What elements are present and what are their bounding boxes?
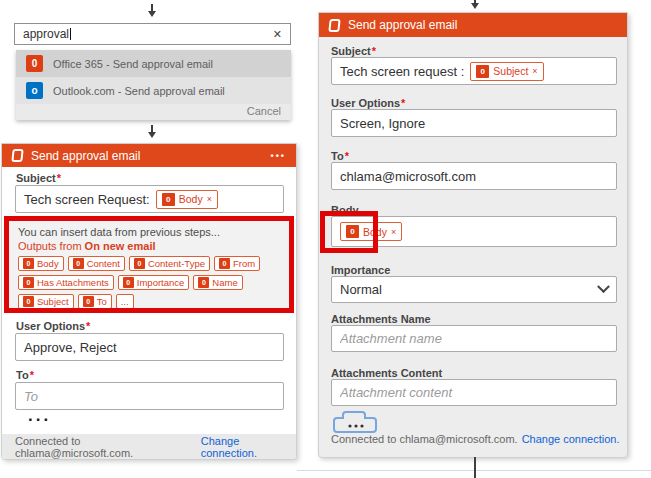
left-action-card: Send approval email ••• Subject* Tech sc… [1, 143, 297, 460]
importance-select[interactable]: Normal [331, 276, 617, 303]
more-options-icon[interactable]: ••• [271, 151, 286, 161]
office365-icon: 0 [162, 193, 175, 206]
required-asterisk: * [372, 45, 376, 57]
picker-token-subject[interactable]: 0Subject [18, 294, 74, 309]
picker-token-to[interactable]: 0To [78, 294, 112, 309]
show-more-options-button[interactable]: ... [28, 412, 51, 420]
office365-icon: 0 [23, 296, 34, 307]
user-options-input[interactable] [15, 333, 284, 361]
connection-footer: Connected to chlama@microsoft.com. Chang… [2, 434, 296, 459]
flow-designer-canvas: approval ✕ 0 Office 365 - Send approval … [0, 0, 651, 478]
suggestion-office365-send-approval-email[interactable]: 0 Office 365 - Send approval email [16, 50, 291, 77]
picker-token-has-attachments[interactable]: 0Has Attachments [18, 275, 114, 290]
subject-value: Tech screen Request: [24, 192, 150, 207]
picker-outputs-heading: Outputs fromOn new email [18, 240, 280, 252]
subject-value: Tech screen request : [340, 64, 464, 79]
user-options-input[interactable] [331, 109, 617, 137]
office365-icon: 0 [23, 258, 34, 269]
picker-token-name[interactable]: 0Name [193, 275, 242, 290]
change-connection-link[interactable]: Change connection. [522, 433, 620, 445]
connected-text: Connected to chlama@microsoft.com. [331, 433, 518, 445]
left-card-header[interactable]: Send approval email ••• [2, 144, 296, 167]
search-suggestions-list: 0 Office 365 - Send approval email o Out… [16, 50, 291, 120]
picker-hint: You can insert data from previous steps.… [18, 226, 280, 238]
outlook-icon: o [26, 82, 43, 99]
subject-label: Subject* [331, 45, 376, 57]
down-arrow-icon [148, 4, 156, 17]
picker-token-more[interactable]: ... [116, 294, 134, 309]
connected-text: Connected to chlama@microsoft.com. [15, 435, 197, 459]
picker-token-body[interactable]: 0Body [18, 256, 64, 271]
required-asterisk: * [401, 97, 405, 109]
attachments-content-label: Attachments Content [331, 367, 442, 379]
cancel-button[interactable]: Cancel [247, 105, 281, 117]
card-title: Send approval email [348, 18, 457, 32]
connection-footer: Connected to chlama@microsoft.com. Chang… [319, 429, 627, 449]
remove-token-icon[interactable]: × [391, 227, 396, 237]
down-arrow-icon [471, 0, 479, 9]
suggestion-label: Office 365 - Send approval email [53, 58, 213, 70]
office365-icon: 0 [123, 277, 134, 288]
connector-search-input[interactable]: approval ✕ [14, 23, 291, 45]
required-asterisk: * [30, 369, 34, 381]
dynamic-content-picker: You can insert data from previous steps.… [4, 216, 294, 313]
picker-token-from[interactable]: 0From [214, 256, 260, 271]
office365-icon: 0 [134, 258, 145, 269]
subject-label: Subject* [16, 172, 61, 184]
attachments-content-input[interactable] [331, 379, 617, 406]
text-cursor [70, 28, 71, 40]
picker-token-importance[interactable]: 0Importance [118, 275, 190, 290]
importance-label: Importance [331, 264, 390, 276]
office365-icon [328, 19, 340, 32]
to-input[interactable] [331, 162, 617, 190]
remove-token-icon[interactable]: × [532, 66, 537, 76]
office365-icon: 0 [198, 277, 209, 288]
office365-icon [11, 149, 23, 162]
clear-search-icon[interactable]: ✕ [273, 28, 282, 41]
chevron-down-icon [597, 280, 610, 293]
search-text: approval [23, 27, 69, 41]
body-token[interactable]: 0 Body × [156, 190, 218, 209]
down-arrow-icon [148, 125, 156, 138]
change-connection-link[interactable]: Change connection. [201, 435, 296, 459]
picker-token-content[interactable]: 0Content [68, 256, 125, 271]
to-label: To* [16, 369, 34, 381]
picker-token-list: 0Body 0Content 0Content-Type 0From 0Has … [18, 256, 280, 309]
office365-icon: 0 [23, 277, 34, 288]
to-input[interactable] [15, 382, 284, 410]
attachments-name-input[interactable] [331, 325, 617, 352]
required-asterisk: * [86, 320, 90, 332]
importance-value: Normal [340, 282, 382, 297]
required-asterisk: * [57, 172, 61, 184]
subject-token[interactable]: 0 Subject × [470, 62, 543, 81]
attachments-name-label: Attachments Name [331, 313, 431, 325]
subject-field[interactable]: Tech screen Request: 0 Body × [15, 185, 284, 213]
required-asterisk: * [345, 150, 349, 162]
office365-icon: 0 [83, 296, 94, 307]
subject-field[interactable]: Tech screen request : 0 Subject × [331, 57, 617, 85]
remove-token-icon[interactable]: × [207, 194, 212, 204]
right-action-card: Send approval email Subject* Tech screen… [318, 12, 628, 458]
user-options-label: User Options* [16, 320, 90, 332]
office365-icon: 0 [73, 258, 84, 269]
card-title: Send approval email [31, 149, 140, 163]
user-options-label: User Options* [331, 97, 405, 109]
suggestion-outlook-send-approval-email[interactable]: o Outlook.com - Send approval email [16, 77, 291, 104]
to-label: To* [331, 150, 349, 162]
right-card-header[interactable]: Send approval email [319, 13, 627, 37]
office365-icon: 0 [219, 258, 230, 269]
office365-icon: 0 [476, 65, 489, 78]
highlight-annotation-body-token [320, 211, 378, 253]
picker-token-content-type[interactable]: 0Content-Type [129, 256, 210, 271]
office365-icon: 0 [26, 55, 43, 72]
connector-line [474, 457, 476, 478]
suggestion-label: Outlook.com - Send approval email [53, 85, 225, 97]
